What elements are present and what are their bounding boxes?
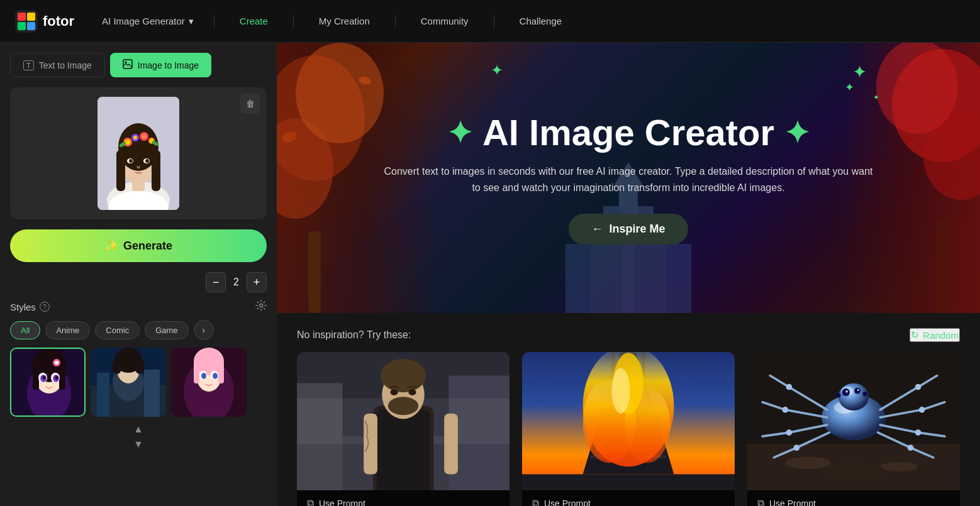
use-prompt-text-3: Use Prompt — [769, 498, 816, 506]
svg-point-22 — [133, 136, 137, 140]
pill-all[interactable]: All — [10, 321, 40, 339]
svg-point-122 — [836, 393, 840, 397]
refresh-icon: ↻ — [911, 329, 919, 341]
svg-rect-78 — [565, 244, 591, 313]
svg-rect-34 — [33, 365, 39, 390]
svg-rect-79 — [666, 244, 691, 313]
use-prompt-bar-3[interactable]: ⧉ Use Prompt — [747, 490, 960, 506]
use-prompt-text-2: Use Prompt — [544, 498, 591, 506]
svg-rect-5 — [123, 60, 132, 69]
style-thumb-1[interactable] — [10, 348, 86, 417]
svg-point-71 — [876, 43, 958, 134]
counter-row: − 2 + — [0, 272, 277, 300]
image-card-3: ⧉ Use Prompt — [747, 352, 960, 506]
svg-point-61 — [201, 373, 206, 379]
style-thumb-2[interactable] — [91, 348, 166, 417]
svg-point-124 — [845, 390, 848, 393]
counter-value: 2 — [233, 277, 239, 288]
styles-header: Styles ? — [0, 300, 277, 320]
style-thumb-3[interactable] — [171, 348, 247, 417]
svg-point-130 — [915, 384, 922, 390]
svg-rect-4 — [27, 22, 35, 30]
scroll-down-arrow[interactable]: ▼ — [0, 437, 277, 452]
svg-point-62 — [213, 373, 218, 379]
delete-button[interactable]: 🗑 — [240, 94, 260, 114]
copy-icon-3: ⧉ — [757, 498, 764, 506]
random-button[interactable]: ↻ Random — [910, 328, 960, 342]
svg-point-132 — [915, 429, 922, 436]
nav-generator-label: AI Image Generator — [102, 16, 185, 26]
copy-icon-2: ⧉ — [532, 498, 539, 506]
svg-rect-14 — [152, 150, 160, 191]
nav-divider-1 — [214, 15, 214, 28]
image-card-2: ⧉ Use Prompt — [522, 352, 735, 506]
counter-minus-button[interactable]: − — [206, 272, 226, 292]
nav-divider-3 — [395, 15, 396, 28]
logo[interactable]: fotor — [15, 10, 74, 33]
card-image-2 — [522, 352, 735, 490]
svg-rect-88 — [444, 414, 458, 475]
help-icon[interactable]: ? — [40, 302, 50, 312]
header: fotor AI Image Generator ▾ Create My Cre… — [0, 0, 980, 43]
tab-image-to-image[interactable]: Image to Image — [110, 53, 211, 77]
svg-rect-46 — [97, 373, 109, 417]
svg-point-65 — [296, 43, 384, 143]
tabs-row: T Text to Image Image to Image — [0, 43, 277, 77]
pill-anime[interactable]: Anime — [45, 321, 90, 339]
sidebar: T Text to Image Image to Image — [0, 43, 277, 506]
svg-point-18 — [145, 159, 149, 163]
svg-point-127 — [782, 407, 789, 413]
svg-rect-35 — [59, 365, 65, 390]
use-prompt-bar-1[interactable]: ⧉ Use Prompt — [297, 490, 509, 506]
arrow-left-icon: ← — [591, 223, 603, 236]
svg-point-115 — [823, 463, 884, 478]
upload-area[interactable]: 🗑 — [10, 87, 267, 219]
pills-next-button[interactable]: › — [194, 320, 214, 340]
svg-point-91 — [388, 397, 418, 415]
image-cards-row: ⧉ Use Prompt — [297, 352, 960, 506]
style-thumbnails — [0, 348, 277, 417]
svg-point-92 — [390, 389, 398, 395]
inspiration-section: No inspiration? Try these: ↻ Random — [277, 313, 980, 506]
inspire-label: Inspire Me — [609, 223, 665, 236]
main-layout: T Text to Image Image to Image — [0, 43, 980, 506]
generate-button[interactable]: ✨ Generate — [10, 229, 267, 262]
nav-divider-2 — [293, 15, 294, 28]
svg-point-51 — [112, 359, 122, 374]
svg-point-29 — [260, 304, 263, 307]
nav-my-creation[interactable]: My Creation — [314, 16, 375, 26]
svg-point-118 — [838, 383, 869, 410]
svg-point-113 — [785, 457, 830, 469]
tab-text-to-image[interactable]: T Text to Image — [10, 53, 105, 77]
sparkle-left: ✦ — [447, 115, 472, 150]
svg-point-42 — [43, 376, 46, 380]
text-icon: T — [23, 60, 34, 70]
pill-comic[interactable]: Comic — [95, 321, 140, 339]
nav-generator[interactable]: AI Image Generator ▾ — [102, 16, 194, 27]
logo-text: fotor — [43, 13, 74, 30]
svg-rect-3 — [18, 22, 26, 30]
svg-rect-72 — [936, 219, 949, 313]
counter-plus-button[interactable]: + — [247, 272, 267, 292]
chevron-down-icon: ▾ — [189, 16, 194, 27]
nav-create[interactable]: Create — [235, 16, 273, 26]
gear-icon[interactable] — [255, 300, 267, 314]
svg-point-24 — [142, 134, 147, 139]
svg-point-114 — [880, 462, 918, 471]
inspire-button[interactable]: ← Inspire Me — [569, 214, 688, 245]
nav-community[interactable]: Community — [416, 16, 474, 26]
svg-point-93 — [408, 389, 416, 395]
svg-rect-2 — [27, 13, 35, 21]
nav-challenge[interactable]: Challenge — [515, 16, 567, 26]
svg-rect-95 — [522, 475, 735, 491]
svg-point-17 — [129, 159, 133, 163]
svg-point-90 — [381, 359, 426, 392]
svg-point-6 — [125, 62, 126, 63]
svg-point-126 — [786, 384, 793, 390]
use-prompt-bar-2[interactable]: ⧉ Use Prompt — [522, 490, 735, 506]
scroll-up-arrow[interactable]: ▲ — [0, 422, 277, 437]
svg-point-110 — [611, 368, 630, 414]
pill-game[interactable]: Game — [145, 321, 188, 339]
svg-point-125 — [857, 389, 859, 391]
svg-rect-58 — [218, 361, 224, 383]
